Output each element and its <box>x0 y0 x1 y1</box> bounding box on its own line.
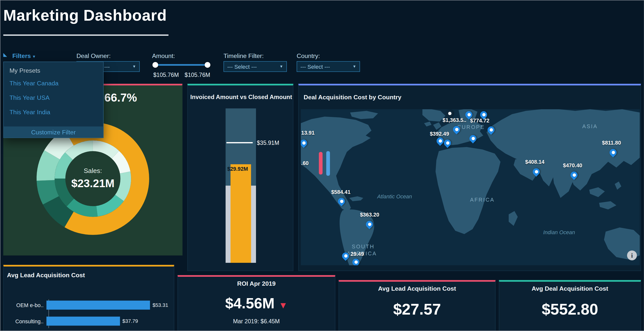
deal-owner-label: Deal Owner: <box>76 52 111 59</box>
avg-lead-cost-chart-panel: Avg Lead Acquisition Cost OEM e-bo..$53.… <box>3 265 174 331</box>
pin-value-label: $408.14 <box>525 159 545 165</box>
map-region-label: EUROPE <box>457 124 484 130</box>
timeline-filter-value: --- Select --- <box>227 63 257 70</box>
pin-value-label: $811.80 <box>602 140 621 146</box>
panel-title: Avg Lead Acquisition Cost <box>7 272 174 279</box>
target-achieved-percent: 66.7% <box>104 91 137 104</box>
continent-africa <box>436 147 500 234</box>
chevron-down-icon: ▼ <box>280 64 283 69</box>
map-region-label: AFRICA <box>470 197 494 203</box>
kpi-value: $4.56M▼ <box>178 295 335 312</box>
indonesia <box>599 201 616 210</box>
kpi-title: ROI Apr 2019 <box>178 280 335 287</box>
trend-down-icon: ▼ <box>279 300 288 310</box>
country-value: --- Select --- <box>300 63 330 70</box>
avg-lead-cost-kpi-panel: Avg Lead Acquisition Cost $27.57 <box>339 280 496 331</box>
filters-toggle[interactable]: Filters▾ <box>12 52 35 59</box>
kpi-value: $552.80 <box>499 301 641 318</box>
amount-max-value: $105.76M <box>184 71 210 78</box>
pin-value-label: $1,363.5.. <box>442 117 466 123</box>
roi-value: $4.56M <box>225 295 274 312</box>
amount-range-slider[interactable] <box>153 62 210 68</box>
map-mini-bar <box>326 151 330 176</box>
chevron-down-icon: ▼ <box>353 64 356 69</box>
kpi-title: Avg Lead Acquisition Cost <box>339 285 495 292</box>
title-underline <box>3 34 168 36</box>
madagascar <box>509 211 518 226</box>
target-line <box>226 142 253 143</box>
deal-acquisition-map-panel: Deal Acquisition Cost by Country <box>298 84 641 271</box>
kpi-value: $27.57 <box>339 301 495 318</box>
timeline-filter-select[interactable]: --- Select --- ▼ <box>224 61 287 72</box>
pin-value-label: $774.72 <box>470 117 490 124</box>
pin-value-label: 13.91 <box>301 130 314 136</box>
presets-menu-title: My Presets <box>10 67 97 74</box>
map-mini-bar <box>319 152 322 175</box>
page-title: Marketing Dashboard <box>3 6 167 24</box>
iceland <box>424 121 432 126</box>
kpi-title: Avg Deal Acquisition Cost <box>499 285 641 292</box>
slider-handle-max[interactable] <box>205 62 210 68</box>
collapse-filters-icon[interactable]: ◣ <box>3 52 7 57</box>
amount-label: Amount: <box>152 52 175 59</box>
target-value-label: $35.91M <box>257 140 279 146</box>
preset-item-this-year-india[interactable]: This Year India <box>10 106 97 118</box>
bar-row: OEM e-bo..$53.31 <box>4 301 168 310</box>
bar-value-label: $37.79 <box>122 318 138 324</box>
bar-row: Consulting..$37.79 <box>4 317 138 326</box>
panel-title: Deal Acquisition Cost by Country <box>304 94 640 100</box>
arctic-islands <box>350 111 378 119</box>
my-presets-menu: My Presets This Year Canada This Year US… <box>3 62 104 138</box>
slider-handle-min[interactable] <box>152 62 158 68</box>
invoiced-vs-closed-panel: Invoiced Amount vs Closed Amount $35.91M… <box>187 84 293 271</box>
amount-values: $105.76M $105.76M <box>153 71 210 78</box>
info-icon[interactable]: i <box>627 251 637 261</box>
marketing-dashboard: Marketing Dashboard ◣ Filters▾ Deal Owne… <box>0 0 644 331</box>
map-ocean-label: Indian Ocean <box>543 229 575 235</box>
caret-down-icon: ▾ <box>33 54 35 59</box>
customize-filter-button[interactable]: Customize Filter <box>4 126 103 138</box>
preset-item-this-year-canada[interactable]: This Year Canada <box>10 77 97 89</box>
caribbean <box>350 196 363 201</box>
bullet-chart[interactable] <box>226 108 256 263</box>
closed-amount-bar[interactable] <box>230 164 251 263</box>
bar[interactable] <box>46 301 150 310</box>
map-region-label: ASIA <box>582 123 598 129</box>
pin-value-label: $470.40 <box>563 162 582 168</box>
timeline-filter-label: Timeline Filter: <box>224 52 264 59</box>
preset-item-this-year-usa[interactable]: This Year USA <box>10 92 97 103</box>
bar-category-label: OEM e-bo.. <box>4 302 46 308</box>
bar[interactable] <box>46 317 120 326</box>
pin-value-label: $584.41 <box>331 189 351 195</box>
pin-value-label: $363.20 <box>360 212 379 218</box>
avg-deal-cost-kpi-panel: Avg Deal Acquisition Cost $552.80 <box>499 280 641 331</box>
amount-min-value: $105.76M <box>153 71 179 78</box>
map-region-label: SOUTH <box>352 243 374 250</box>
world-map <box>301 109 640 265</box>
pin-value-label: .60 <box>301 160 308 166</box>
filters-label: Filters <box>12 52 31 59</box>
philippines <box>614 181 621 190</box>
pin-value-label: $392.49 <box>430 131 449 137</box>
map-ocean-label: Atlantic Ocean <box>377 193 412 200</box>
roi-kpi-panel: ROI Apr 2019 $4.56M▼ Mar 2019: $6.45M <box>178 275 336 331</box>
slider-track[interactable] <box>153 64 210 66</box>
uk <box>433 122 441 130</box>
kpi-subtitle: Mar 2019: $6.45M <box>178 318 335 324</box>
pin-value-label: 29.49 <box>350 251 364 257</box>
bar-value-label: $53.31 <box>152 302 168 308</box>
chevron-down-icon: ▼ <box>132 64 136 69</box>
bar-value-label: $29.92M <box>227 166 248 172</box>
greenland <box>422 109 445 122</box>
country-label: Country: <box>296 52 320 59</box>
country-select[interactable]: --- Select --- ▼ <box>296 61 360 72</box>
se-asia <box>589 187 605 197</box>
world-map-canvas[interactable]: i ASIAEUROPEAFRICASOUTHAMERICAAtlantic O… <box>301 109 640 265</box>
panel-title: Invoiced Amount vs Closed Amount <box>190 94 290 100</box>
bar-category-label: Consulting.. <box>4 318 46 324</box>
